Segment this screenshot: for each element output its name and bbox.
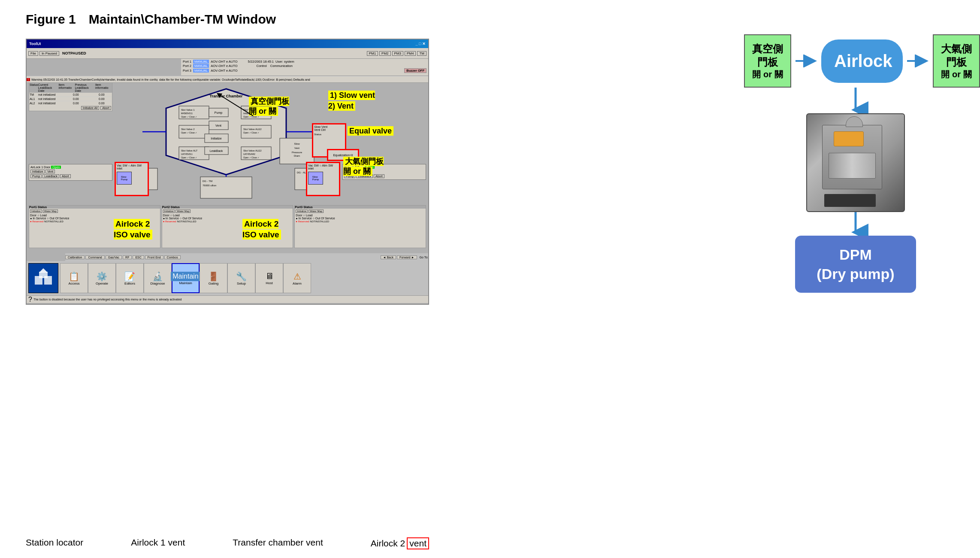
svg-text:Pressure: Pressure bbox=[292, 151, 302, 154]
vacuum-door-box: 真空側 門板 開 or 關 bbox=[744, 34, 791, 88]
svg-text:Slow: Slow bbox=[294, 143, 300, 145]
vacuum-line2: 門板 bbox=[751, 55, 784, 69]
notpaused-status: NOTPAUSED bbox=[62, 51, 86, 55]
inpaused-btn[interactable]: In Paused bbox=[39, 51, 59, 56]
dpm-line1: DPM bbox=[817, 245, 894, 264]
file-btn[interactable]: File bbox=[28, 51, 38, 56]
svg-text:Open ✓ Close ✓: Open ✓ Close ✓ bbox=[181, 115, 197, 118]
back-btn[interactable]: ◄ Back bbox=[381, 255, 396, 259]
al1-pump[interactable]: Pump bbox=[30, 174, 42, 178]
station-locator[interactable] bbox=[28, 263, 58, 293]
bottom-note: ? The button is disabled because the use… bbox=[27, 295, 428, 303]
p3-watermap[interactable]: Water Map bbox=[309, 209, 324, 213]
rf-tab[interactable]: RF bbox=[123, 255, 132, 259]
arrow-down-2 bbox=[744, 212, 967, 236]
combos-tab[interactable]: Combos bbox=[164, 255, 181, 259]
p3-initialize[interactable]: Initialize bbox=[296, 209, 308, 213]
svg-text:LeakBack: LeakBack bbox=[210, 149, 223, 152]
port3-status: Port3 Status Initialize Water Map Door ○… bbox=[294, 205, 426, 248]
port1-label: Port 1 bbox=[183, 60, 191, 64]
svg-text:Vent: Vent bbox=[215, 124, 221, 127]
p2-initialize[interactable]: Initialize bbox=[163, 209, 175, 213]
status-header-row: Status Current LeakBlack Date Item infor… bbox=[29, 83, 112, 93]
top-diagram-row: 真空側 門板 開 or 關 Airlock bbox=[744, 34, 967, 88]
svg-text:UAT45VAR2: UAT45VAR2 bbox=[243, 153, 255, 155]
host-btn[interactable]: 🖥 Host bbox=[255, 263, 283, 293]
airlock2-iso-right: Airlock 2ISO valve bbox=[242, 219, 281, 240]
dpm-line2: (Dry pump) bbox=[817, 264, 894, 283]
atmo-line2: 門板 bbox=[940, 55, 973, 69]
p1-initialize[interactable]: Initialize bbox=[30, 209, 42, 213]
initialize-all-btn[interactable]: Initialize All bbox=[81, 106, 100, 110]
slow-vent-text: 1) Slow vent2) Vent bbox=[328, 91, 375, 111]
svg-text:Transfer Chamber: Transfer Chamber bbox=[209, 94, 243, 98]
vacuum-door-text: 真空側門板開 or 關 bbox=[249, 97, 289, 116]
svg-text:Vent: Vent bbox=[294, 147, 299, 149]
alarm-btn[interactable]: ⚠ Alarm bbox=[283, 263, 311, 293]
svg-text:DG - TM: DG - TM bbox=[203, 180, 212, 182]
vacuum-door-annotation: 真空側門板開 or 關 bbox=[249, 97, 289, 117]
status-table: Status Current LeakBlack Date Item infor… bbox=[29, 82, 112, 111]
command-tab[interactable]: Command bbox=[85, 255, 104, 259]
forward-btn[interactable]: Forward ► bbox=[397, 255, 417, 259]
maintain-btn[interactable]: Maintain Maintain bbox=[172, 263, 200, 293]
pm1-btn[interactable]: PM1 bbox=[367, 51, 378, 56]
editors-btn[interactable]: 📝 Editors bbox=[116, 263, 144, 293]
equal-valve-annotation: Equal valve bbox=[348, 127, 393, 136]
esc-tab[interactable]: ESC bbox=[133, 255, 144, 259]
operate-btn[interactable]: ⚙️ Operate bbox=[88, 263, 116, 293]
svg-text:76000 ullion: 76000 ullion bbox=[203, 184, 216, 187]
svg-text:Slot Valve 1: Slot Valve 1 bbox=[181, 109, 195, 111]
al1-leakback[interactable]: LeakBack bbox=[42, 174, 59, 178]
abort-btn[interactable]: Abort bbox=[100, 106, 111, 110]
svg-text:M4565V011: M4565V011 bbox=[181, 112, 193, 115]
page-title-container: Figure 1 Maintain\Chamber-TM Window bbox=[26, 12, 276, 27]
operate-label: Operate bbox=[96, 282, 108, 285]
pm2-btn[interactable]: PM2 bbox=[379, 51, 390, 56]
al1-vent[interactable]: Vent bbox=[45, 170, 55, 173]
datetime: 5/22/2003 18:45:1 bbox=[248, 60, 274, 64]
atmo-line3: 開 or 關 bbox=[940, 69, 973, 80]
airlock1-area: AirLock 1 Door Open Initialize Vent Pump… bbox=[29, 164, 112, 181]
access-btn[interactable]: 📋 Access bbox=[60, 263, 88, 293]
gating-btn[interactable]: 🚪 Gating bbox=[200, 263, 227, 293]
pm4-btn[interactable]: PM4 bbox=[405, 51, 416, 56]
figure-subtitle: Maintain\Chamber-TM Window bbox=[89, 12, 276, 27]
svg-text:Open ✓ Close ✓: Open ✓ Close ✓ bbox=[243, 156, 259, 159]
transfer-chamber-area: Transfer Chamber Slot Valve 1 M4565V011 … bbox=[117, 82, 336, 207]
vacuum-line1: 真空側 bbox=[751, 42, 784, 55]
port1-aov: AOV-OHT e AUTO bbox=[211, 60, 237, 64]
svg-marker-57 bbox=[39, 268, 48, 273]
figure-label: Figure 1 bbox=[26, 12, 76, 27]
al1-initialize[interactable]: Initialize bbox=[30, 170, 45, 173]
toolbar-row: File In Paused NOTPAUSED PM1 PM2 PM3 PM4… bbox=[27, 48, 428, 59]
airlock2-iso-left: Airlock 2ISO valve bbox=[114, 219, 152, 240]
p1-watermap[interactable]: Water Map bbox=[43, 209, 58, 213]
al1-abort[interactable]: Abort bbox=[60, 174, 71, 178]
al1-status: not initialized bbox=[38, 97, 73, 100]
access-label: Access bbox=[69, 282, 80, 285]
arrow-down-1 bbox=[744, 88, 967, 113]
alarm-label: Alarm bbox=[293, 282, 302, 285]
gasvac-tab[interactable]: Gas/Vac bbox=[106, 255, 122, 259]
status-buttons: Initialize All Abort bbox=[29, 105, 112, 111]
port1-row: Port 1 MANUAL AOV-OHT e AUTO 5/22/2003 1… bbox=[183, 60, 426, 64]
al2-iso-valve: Vac SW ○ Atm SW inlet SlowPump bbox=[306, 162, 340, 196]
airlock2-iso-right-text: Airlock 2ISO valve bbox=[242, 219, 281, 240]
port2-label: Port 2 bbox=[183, 64, 191, 68]
pump-photo bbox=[806, 113, 905, 212]
calibration-tab[interactable]: Calibration bbox=[65, 255, 85, 259]
port3-label: Port 3 bbox=[183, 69, 191, 73]
pm3-btn[interactable]: PM3 bbox=[392, 51, 403, 56]
frontend-tab[interactable]: Front End bbox=[145, 255, 163, 259]
svg-text:Open ✓ Close ✓: Open ✓ Close ✓ bbox=[243, 131, 259, 134]
setup-btn[interactable]: 🔧 Setup bbox=[227, 263, 255, 293]
diagnose-btn[interactable]: 🔬 Diagnose bbox=[144, 263, 172, 293]
tm-btn[interactable]: TM bbox=[417, 51, 426, 56]
al2-status: not initialized bbox=[38, 102, 73, 105]
svg-text:Initialize: Initialize bbox=[211, 137, 221, 140]
p2-watermap[interactable]: Water Map bbox=[175, 209, 191, 213]
atmo-door-box: 大氣側 門板 開 or 關 bbox=[933, 34, 980, 88]
al1-iso-valve: Vac SW ○ Atm SW inlet SlowPump bbox=[115, 162, 149, 196]
port3-row: Port 3 MANUAL AOV-OHT e AUTO Buzzer OFF bbox=[183, 68, 426, 73]
